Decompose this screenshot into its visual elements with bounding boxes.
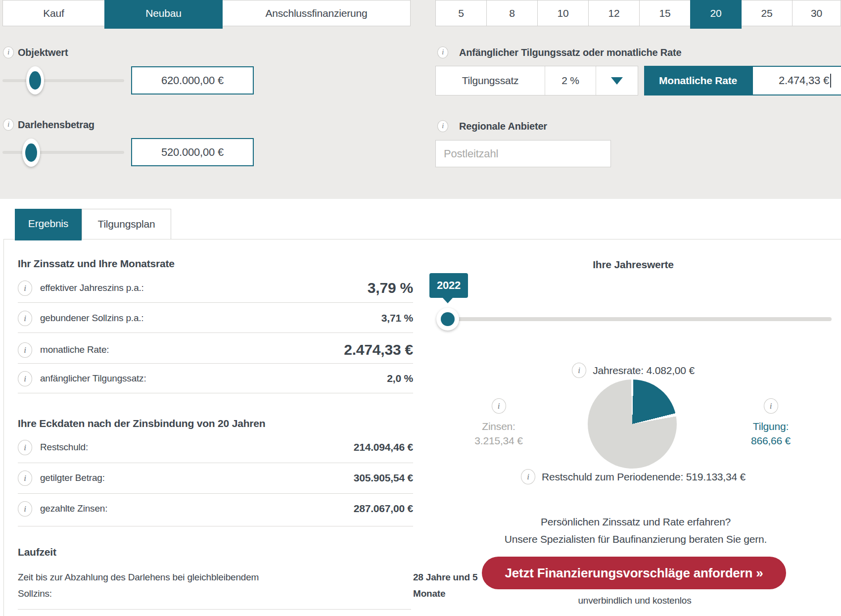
zinsen-label: Zinsen:: [482, 418, 515, 435]
tab-ergebnis[interactable]: Ergebnis: [15, 209, 82, 240]
tab-term-12[interactable]: 12: [588, 0, 640, 26]
tab-term-5[interactable]: 5: [435, 0, 487, 26]
tab-term-10[interactable]: 10: [537, 0, 589, 26]
postleitzahl-input[interactable]: [435, 140, 611, 167]
tilgung-label: Tilgung:: [753, 418, 789, 435]
objektwert-input[interactable]: [131, 66, 254, 95]
year-slider-handle[interactable]: [436, 308, 459, 331]
info-icon[interactable]: i: [18, 440, 32, 455]
objektwert-slider-handle-dot: [29, 71, 41, 90]
tilgung-legend: i Tilgung: 866,66 €: [729, 398, 813, 447]
info-icon[interactable]: i: [764, 398, 778, 414]
row-label: anfänglicher Tilgungssatz:: [40, 368, 146, 389]
objektwert-slider-handle[interactable]: [26, 66, 44, 95]
regionale-anbieter-label: Regionale Anbieter: [459, 121, 547, 132]
darlehensbetrag-slider-handle-dot: [25, 143, 37, 162]
tab-term-15[interactable]: 15: [639, 0, 691, 26]
row-label: effektiver Jahreszins p.a.:: [40, 277, 144, 299]
laufzeit-value-line2: Monate: [413, 588, 445, 600]
jahresrate-pie-chart: [588, 379, 677, 469]
row-divider: [18, 609, 411, 610]
row-label: Restschuld:: [40, 436, 88, 458]
info-icon[interactable]: i: [18, 371, 32, 386]
info-icon[interactable]: i: [18, 281, 32, 296]
year-badge-pointer: [442, 297, 453, 303]
darlehensbetrag-slider-handle[interactable]: [22, 139, 40, 167]
row-value: 305.905,54 €: [354, 467, 413, 489]
monatliche-rate-value: 2.474,33 €: [779, 74, 829, 87]
tab-tilgungssatz[interactable]: Tilgungssatz: [436, 66, 545, 95]
tab-anschlussfinanzierung[interactable]: Anschlussfinanzierung: [222, 0, 411, 26]
baufinanzierung-calculator: Kauf Neubau Anschlussfinanzierung 5 8 10…: [0, 0, 841, 616]
panel-border-top: [3, 239, 841, 239]
row-value: 3,71 %: [381, 307, 413, 329]
result-row-restschuld: i Restschuld: 214.094,46 €: [18, 436, 413, 458]
row-label: gebundener Sollzins p.a.:: [40, 307, 143, 329]
result-row-effektiver-jahreszins: i effektiver Jahreszins p.a.: 3,79 %: [18, 277, 413, 299]
jahresrate-line: i Jahresrate: 4.082,00 €: [510, 363, 757, 378]
darlehensbetrag-label: Darlehensbetrag: [18, 119, 94, 130]
objektwert-slider-track[interactable]: [2, 79, 124, 82]
zinsen-legend: i Zinsen: 3.215,34 €: [457, 398, 541, 447]
info-icon[interactable]: i: [18, 471, 32, 486]
monatliche-rate-input[interactable]: 2.474,33 €: [752, 66, 841, 95]
year-badge[interactable]: 2022: [429, 273, 468, 298]
section-title-eckdaten: Ihre Eckdaten nach der Zinsbindung von 2…: [18, 418, 265, 429]
tilgungssatz-dropdown[interactable]: [596, 66, 638, 95]
tab-term-30[interactable]: 30: [792, 0, 841, 26]
result-row-gebundener-sollzins: i gebundener Sollzins p.a.: 3,71 %: [18, 307, 413, 329]
info-icon[interactable]: i: [437, 120, 448, 132]
info-icon[interactable]: i: [18, 501, 32, 517]
row-divider: [18, 493, 413, 494]
info-icon[interactable]: i: [572, 363, 586, 378]
year-slider-handle-dot: [441, 312, 455, 326]
info-icon[interactable]: i: [18, 311, 32, 326]
info-icon[interactable]: i: [18, 342, 32, 358]
restschuld-periodenende-label: Restschuld zum Periodenende: 519.133,34 …: [542, 471, 746, 483]
tab-term-20[interactable]: 20: [690, 0, 742, 29]
row-divider: [18, 363, 413, 364]
laufzeit-label-line2: Sollzins:: [18, 588, 52, 600]
tilgungssatz-value[interactable]: 2 %: [545, 66, 596, 95]
row-value: 2.474,33 €: [344, 339, 413, 361]
result-row-getilgter-betrag: i getilgter Betrag: 305.905,54 €: [18, 467, 413, 489]
tab-term-25[interactable]: 25: [741, 0, 793, 26]
objektwert-label: Objektwert: [18, 47, 68, 58]
row-value: 214.094,46 €: [354, 436, 413, 458]
row-divider: [18, 463, 413, 463]
cta-text-line2: Unsere Spezialisten für Baufinanzierung …: [475, 533, 796, 545]
info-icon[interactable]: i: [3, 47, 14, 58]
restschuld-periodenende-line: i Restschuld zum Periodenende: 519.133,3…: [485, 469, 782, 484]
text-caret: [830, 74, 831, 88]
row-value: 2,0 %: [387, 368, 413, 389]
dropdown-arrow-icon: [611, 77, 623, 85]
laufzeit-value-line1: 28 Jahre und 5: [413, 571, 477, 583]
info-icon[interactable]: i: [437, 47, 448, 58]
tab-kauf[interactable]: Kauf: [2, 0, 105, 26]
tab-tilgungsplan[interactable]: Tilgungsplan: [82, 209, 171, 239]
finanzierungsvorschlaege-button[interactable]: Jetzt Finanzierungsvorschläge anfordern …: [482, 557, 786, 589]
year-slider-track[interactable]: [443, 317, 832, 321]
form-area: [0, 0, 841, 199]
tab-term-8[interactable]: 8: [486, 0, 538, 26]
laufzeit-label-line1: Zeit bis zur Abzahlung des Darlehens bei…: [18, 571, 259, 583]
tilgungssatz-control: Tilgungssatz 2 %: [435, 66, 638, 95]
cta-note: unverbindlich und kostenlos: [486, 595, 783, 606]
jahreswerte-title: Ihre Jahreswerte: [510, 259, 757, 271]
darlehensbetrag-input[interactable]: [131, 138, 254, 166]
row-label: getilgter Betrag:: [40, 467, 105, 489]
info-icon[interactable]: i: [3, 119, 14, 131]
result-row-anfaenglicher-tilgungssatz: i anfänglicher Tilgungssatz: 2,0 %: [18, 368, 413, 389]
darlehensbetrag-slider-track[interactable]: [2, 151, 124, 154]
tilgung-group-label: Anfänglicher Tilgungssatz oder monatlich…: [459, 47, 681, 58]
info-icon[interactable]: i: [492, 398, 506, 414]
zinsen-value: 3.215,34 €: [474, 435, 522, 447]
info-icon[interactable]: i: [521, 469, 535, 484]
row-value: 287.067,00 €: [354, 498, 413, 520]
tilgung-value: 866,66 €: [751, 435, 791, 447]
row-divider: [18, 526, 413, 526]
tab-monatliche-rate[interactable]: Monatliche Rate: [644, 66, 752, 95]
tab-neubau[interactable]: Neubau: [104, 0, 223, 29]
section-title-laufzeit: Laufzeit: [18, 546, 56, 558]
jahresrate-label: Jahresrate: 4.082,00 €: [593, 365, 695, 377]
